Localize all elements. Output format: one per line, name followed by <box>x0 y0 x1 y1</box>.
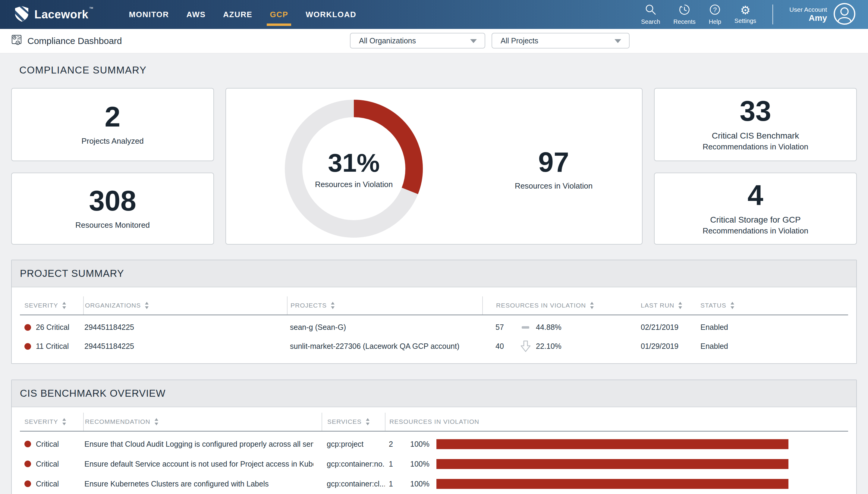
sort-icon <box>62 301 67 310</box>
column-header-status[interactable]: STATUS <box>698 297 848 315</box>
column-header-services[interactable]: SERVICES <box>321 413 385 431</box>
last-run-cell: 02/21/2019 <box>639 323 698 331</box>
resources-cell: 1 100% <box>385 459 848 469</box>
organizations-filter-dropdown[interactable]: All Organizations <box>350 33 485 49</box>
column-header-projects[interactable]: PROJECTS <box>287 297 482 315</box>
cis-benchmark-title: CIS BENCHMARK OVERVIEW <box>12 380 856 407</box>
critical-severity-dot <box>24 480 31 487</box>
severity-cell: Critical <box>20 479 83 488</box>
resources-monitored-value: 308 <box>89 187 136 215</box>
critical-severity-dot <box>24 324 31 331</box>
cis-benchmark-table: SEVERITY RECOMMENDATION SERVICES RESOURC… <box>12 407 856 494</box>
critical-cis-card: 33 Critical CIS Benchmark Recommendation… <box>654 88 857 161</box>
help-label: Help <box>709 18 721 25</box>
brand-name: Lacework™ <box>34 8 93 21</box>
main-menu: MONITOR AWS AZURE GCP WORKLOAD <box>129 10 356 19</box>
recents-button[interactable]: Recents <box>673 4 695 25</box>
project-summary-header-row: SEVERITY ORGANIZATIONS PROJECTS RESOURCE… <box>20 297 848 316</box>
violation-percent-value: 31% <box>315 150 393 176</box>
avatar[interactable] <box>833 2 856 26</box>
resources-in-violation-card: 31% Resources in Violation 97 Resources … <box>225 88 643 245</box>
last-run-cell: 01/29/2019 <box>639 342 698 350</box>
nav-tools: Search Recents ? Help ⚙ Sett <box>641 2 856 26</box>
sort-icon <box>365 417 370 426</box>
project-cell: sunlit-market-227306 (Lacework QA GCP ac… <box>287 342 482 350</box>
column-header-severity[interactable]: SEVERITY <box>20 413 83 431</box>
user-account[interactable]: User Account Amy <box>789 2 856 26</box>
tab-azure[interactable]: AZURE <box>223 10 252 19</box>
table-row[interactable]: Critical Ensure Kubernetes Clusters are … <box>20 474 848 494</box>
projects-filter-dropdown[interactable]: All Projects <box>492 33 630 49</box>
compliance-dashboard-icon <box>11 34 23 48</box>
column-header-last-run[interactable]: LAST RUN <box>639 297 698 315</box>
column-header-resources-in-violation[interactable]: RESOURCES IN VIOLATION <box>385 413 848 431</box>
project-summary-section: PROJECT SUMMARY SEVERITY ORGANIZATIONS P… <box>11 260 857 364</box>
gear-icon: ⚙ <box>740 4 751 16</box>
sort-icon <box>730 301 735 310</box>
severity-cell: Critical <box>20 440 83 449</box>
donut-center-text: 31% Resources in Violation <box>315 150 393 189</box>
resources-cell: 2 100% <box>385 439 848 449</box>
table-row[interactable]: Critical Ensure default Service account … <box>20 454 848 474</box>
cis-benchmark-section: CIS BENCHMARK OVERVIEW SEVERITY RECOMMEN… <box>11 380 857 494</box>
violation-percent-label: Resources in Violation <box>315 180 393 189</box>
column-header-severity[interactable]: SEVERITY <box>20 297 83 315</box>
nav-divider <box>773 4 773 24</box>
organization-cell: 294451184225 <box>83 342 287 350</box>
user-name: Amy <box>809 13 827 23</box>
projects-analyzed-card: 2 Projects Analyzed <box>11 88 214 161</box>
table-row[interactable]: Critical Ensure that Cloud Audit Logging… <box>20 434 848 454</box>
column-header-recommendation[interactable]: RECOMMENDATION <box>83 413 321 431</box>
critical-severity-dot <box>24 343 31 350</box>
tab-gcp[interactable]: GCP <box>270 10 288 19</box>
sort-icon <box>330 301 335 310</box>
resources-cell: 57 44.88% <box>482 321 639 334</box>
page-title: Compliance Dashboard <box>11 29 122 53</box>
user-text: User Account Amy <box>789 6 827 23</box>
top-nav: Lacework™ MONITOR AWS AZURE GCP WORKLOAD… <box>0 0 868 29</box>
settings-button[interactable]: ⚙ Settings <box>735 4 756 24</box>
help-button[interactable]: ? Help <box>709 4 721 25</box>
sort-icon <box>144 301 149 310</box>
organization-cell: 294451184225 <box>83 323 287 331</box>
violation-count-block: 97 Resources in Violation <box>515 148 593 191</box>
critical-severity-dot <box>24 441 31 447</box>
status-cell: Enabled <box>698 342 848 350</box>
severity-cell: 26 Critical <box>20 323 83 331</box>
resources-cell: 40 22.10% <box>482 340 639 353</box>
sort-icon <box>154 417 159 426</box>
tab-monitor[interactable]: MONITOR <box>129 10 169 19</box>
column-header-resources-in-violation[interactable]: RESOURCES IN VIOLATION <box>482 297 639 315</box>
recommendation-cell: Ensure default Service account is not us… <box>83 460 321 469</box>
service-cell: gcp:project <box>321 440 385 449</box>
recents-clock-icon <box>679 4 690 17</box>
svg-text:?: ? <box>713 6 717 14</box>
critical-storage-label: Critical Storage for GCP Recommendations… <box>703 214 808 236</box>
compliance-summary-title: COMPLIANCE SUMMARY <box>19 64 146 76</box>
projects-filter-value: All Projects <box>501 36 538 45</box>
table-row[interactable]: 11 Critical 294451184225 sunlit-market-2… <box>20 337 848 356</box>
violation-bar <box>437 459 789 469</box>
brand[interactable]: Lacework™ <box>15 5 93 23</box>
recents-label: Recents <box>673 18 695 25</box>
search-button[interactable]: Search <box>641 4 660 25</box>
column-header-organizations[interactable]: ORGANIZATIONS <box>83 297 287 315</box>
page-title-text: Compliance Dashboard <box>27 36 122 46</box>
trademark: ™ <box>89 6 93 11</box>
table-row[interactable]: 26 Critical 294451184225 sean-g (Sean-G)… <box>20 318 848 337</box>
page-header: Compliance Dashboard All Organizations A… <box>0 29 868 53</box>
violation-bar <box>437 479 789 489</box>
recommendation-cell: Ensure Kubernetes Clusters are configure… <box>83 479 321 488</box>
critical-cis-value: 33 <box>740 97 771 125</box>
severity-cell: Critical <box>20 460 83 469</box>
tab-aws[interactable]: AWS <box>187 10 206 19</box>
tab-workload[interactable]: WORKLOAD <box>306 10 356 19</box>
trend-flat-icon <box>520 321 532 334</box>
project-summary-table: SEVERITY ORGANIZATIONS PROJECTS RESOURCE… <box>12 287 856 356</box>
service-cell: gcp:container:cl... <box>321 479 385 488</box>
violation-bar <box>437 439 789 449</box>
resources-monitored-label: Resources Monitored <box>75 220 150 230</box>
settings-label: Settings <box>735 17 756 24</box>
trend-down-arrow-icon <box>520 340 532 353</box>
organizations-filter-value: All Organizations <box>359 36 416 45</box>
